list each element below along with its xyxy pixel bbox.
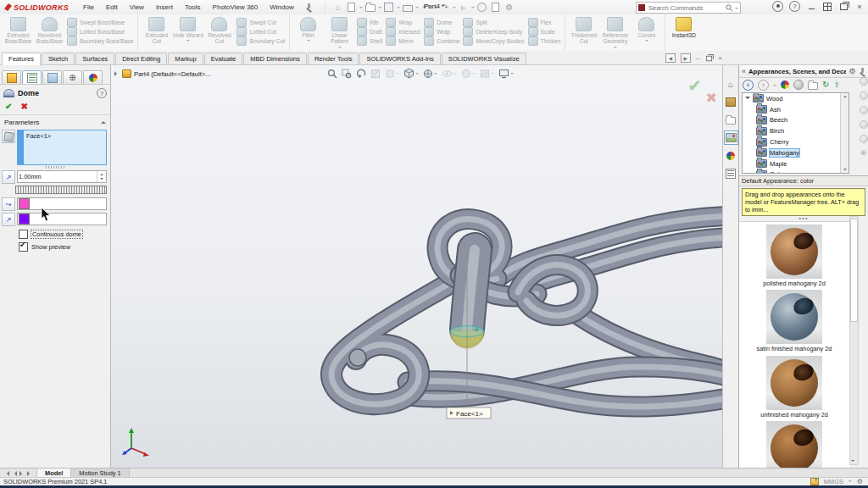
delete-keep-body-button[interactable]: Delete/Keep Body [463,27,524,36]
close-button[interactable]: × [854,2,865,11]
tab-direct-editing[interactable]: Direct Editing [115,53,167,64]
confirmation-ok-icon[interactable]: ✔ [687,77,702,94]
direction1-swatch[interactable] [19,198,30,209]
extruded-cut-button[interactable]: Extruded Cut [141,15,172,45]
tab-solidworks-visualize[interactable]: SOLIDWORKS Visualize [442,53,526,64]
scenes-icon[interactable] [793,80,804,90]
tab-markup[interactable]: Markup [168,53,203,64]
intersect-button[interactable]: Intersect [386,27,420,36]
thumbnail-polished-mahogany-endgrain[interactable]: polished mahogany endgrain [760,421,829,469]
redo-caret-icon[interactable] [453,7,456,10]
boundary-cut-button[interactable]: Boundary Cut [236,36,285,46]
previous-view-button[interactable] [356,69,366,79]
mirror-button[interactable]: Mirror [386,36,420,46]
lofted-cut-button[interactable]: Lofted Cut [236,27,285,36]
linear-pattern-caret-icon[interactable] [338,47,342,50]
search-icon[interactable] [726,4,733,12]
property-manager-tab[interactable] [22,70,42,84]
display-style-button[interactable] [423,69,437,79]
print-caret-icon[interactable] [415,7,419,10]
tree-node-ash[interactable]: Ash [743,104,849,115]
distance-value[interactable]: 1.00mm [19,173,95,180]
linear-pattern-button[interactable]: Linear Pattern [324,15,355,50]
doc-restore-button[interactable] [704,54,713,62]
search-caret-icon[interactable] [735,8,738,11]
curves-caret-icon[interactable] [645,40,648,43]
apply-scene-button[interactable] [480,69,494,79]
thicken-button[interactable]: Thicken [528,36,561,46]
user-account-icon[interactable] [772,1,783,12]
menu-window[interactable]: Window [265,3,298,12]
wrap-button[interactable]: Wrap [386,18,420,27]
minimize-button[interactable] [806,2,816,11]
edit-appearance-button[interactable] [461,69,476,79]
menu-insert[interactable]: Insert [152,3,177,12]
face-callout[interactable]: Face<1> [447,408,491,419]
distance-field[interactable]: 1.00mm [17,170,107,183]
dimxpert-manager-tab[interactable]: ⊕ [63,70,82,84]
pane-left-icon[interactable]: ◀ [665,53,676,63]
scroll-down-icon[interactable] [851,460,854,463]
view-settings-button[interactable] [498,69,514,79]
scrollbar-thumb[interactable] [850,219,858,322]
pane-right-icon[interactable]: ▶ [681,53,691,63]
show-preview-label[interactable]: Show preview [31,243,70,251]
move-copy-bodies-button[interactable]: Move/Copy Bodies [463,36,524,46]
open-folder-icon[interactable] [808,82,818,90]
feature-manager-tab[interactable] [2,70,21,84]
menu-photoview[interactable]: PhotoView 360 [209,3,263,12]
thumbnail-unfinished-mahogany-2d[interactable]: unfinished mahogany 2d [760,356,828,419]
open-button[interactable] [364,2,376,13]
view-orientation-button[interactable] [403,68,419,79]
open-caret-icon[interactable] [378,7,381,10]
up-level-icon[interactable]: ⇧ [833,81,840,89]
swept-cut-button[interactable]: Swept Cut [236,18,285,27]
tab-render-tools[interactable]: Render Tools [308,53,359,64]
design-library-tab[interactable] [724,95,738,109]
custom-properties-tab[interactable] [724,166,738,180]
section-view-button[interactable] [370,69,381,79]
tab-mbd-dimensions[interactable]: MBD Dimensions [243,53,307,64]
pane-options-gear-icon[interactable]: ⚙ [849,68,855,75]
home-button[interactable]: ⌂ [332,2,344,13]
appearances-home-icon[interactable] [781,80,789,89]
save-caret-icon[interactable] [397,7,400,10]
menu-file[interactable]: File [79,3,98,12]
cancel-button[interactable]: ✖ [20,102,27,111]
pin-menu-icon[interactable] [305,3,313,11]
tab-sketch[interactable]: Sketch [42,53,75,64]
pane-pin-icon[interactable] [859,68,865,75]
last-tab-icon[interactable] [27,471,32,476]
thumbnail-image[interactable] [766,356,822,410]
configuration-manager-tab[interactable] [42,70,62,84]
menu-tools[interactable]: Tools [181,3,205,12]
selected-face-value[interactable]: Face<1> [24,130,53,164]
direction2-icon[interactable]: ↗ [2,213,15,226]
save-button[interactable] [383,2,395,13]
distance-thumbwheel[interactable] [15,186,107,194]
tree-node-maple[interactable]: Maple [743,158,849,169]
dome-button[interactable]: Dome [424,18,459,27]
direction2-swatch[interactable] [19,214,30,225]
tab-solidworks-addins[interactable]: SOLIDWORKS Add-Ins [359,53,440,64]
tab-evaluate[interactable]: Evaluate [204,53,243,64]
file-properties-button[interactable] [490,2,502,13]
direction1-field[interactable] [17,197,107,210]
lofted-boss-base-button[interactable]: Lofted Boss/Base [67,27,133,36]
instant3d-button[interactable]: Instant3D [668,15,699,38]
scale-button[interactable]: Scale [528,27,561,36]
thumbnail-image[interactable] [766,421,822,469]
scroll-down-icon[interactable] [843,169,847,172]
help-icon[interactable]: ? [789,1,800,12]
tree-node-beech[interactable]: Beech [743,115,849,126]
reverse-direction-icon[interactable]: ↪ [2,197,15,211]
window-layout-button[interactable] [822,2,832,11]
revolved-boss-base-button[interactable]: Revolved Boss/Base [34,15,65,45]
unit-system-value[interactable]: MMGS [824,478,843,485]
search-scope-icon[interactable] [638,4,645,11]
zoom-to-fit-button[interactable] [327,69,337,79]
zoom-to-area-button[interactable] [342,69,352,79]
wire-model[interactable] [331,216,722,407]
scroll-up-icon[interactable] [843,94,847,97]
split-button[interactable]: Split [463,18,524,27]
